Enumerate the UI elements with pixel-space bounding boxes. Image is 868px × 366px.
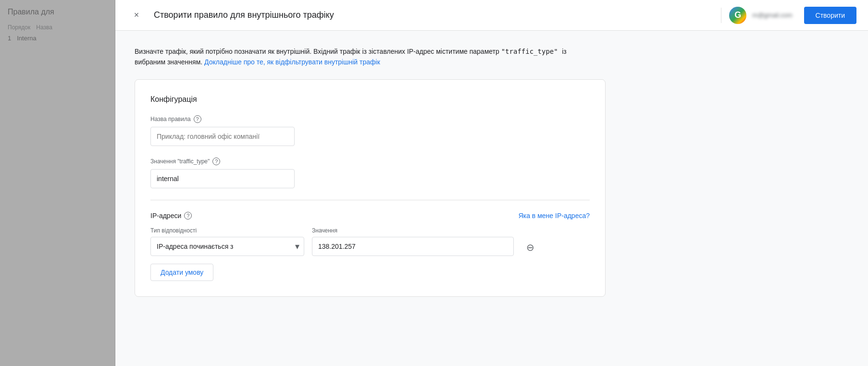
add-condition-button[interactable]: Додати умову — [150, 264, 213, 281]
ip-section-title-container: IP-адреси ? — [150, 212, 192, 220]
create-button[interactable]: Створити — [804, 7, 856, 24]
modal-body: Визначте трафік, який потрібно позначати… — [115, 31, 868, 366]
google-logo-icon: G — [729, 7, 746, 24]
description-link[interactable]: Докладніше про те, як відфільтрувати вну… — [204, 58, 380, 66]
config-section-title: Конфігурація — [150, 95, 590, 104]
modal-title: Створити правило для внутрішнього трафік… — [154, 10, 713, 20]
ip-help-icon[interactable]: ? — [184, 212, 192, 220]
description-text: Визначте трафік, який потрібно позначати… — [135, 46, 567, 68]
rule-name-input[interactable] — [150, 127, 295, 146]
desc-part1: Визначте трафік, який потрібно позначати… — [135, 48, 499, 55]
what-is-my-ip-link[interactable]: Яка в мене IP-адреса? — [519, 212, 590, 220]
match-type-select-wrapper: IP-адреса починається з IP-адреса дорівн… — [150, 237, 304, 256]
traffic-type-input[interactable] — [150, 169, 295, 188]
ip-section-title-text: IP-адреси — [150, 212, 181, 220]
traffic-type-help-icon[interactable]: ? — [212, 158, 220, 165]
header-divider — [721, 8, 721, 23]
close-button[interactable]: × — [127, 6, 146, 25]
modal-header: × Створити правило для внутрішнього траф… — [115, 0, 868, 31]
rule-name-help-icon[interactable]: ? — [194, 115, 201, 123]
ip-value-label: Значення — [312, 227, 514, 234]
desc-param: "traffic_type" — [501, 48, 562, 55]
ip-value-input[interactable] — [312, 237, 514, 256]
ip-condition-row: Тип відповідності IP-адреса починається … — [150, 227, 590, 256]
traffic-type-group: Значення "traffic_type" ? — [150, 158, 590, 188]
rule-name-group: Назва правила ? — [150, 115, 590, 146]
rule-name-label: Назва правила ? — [150, 115, 590, 123]
match-type-label: Тип відповідності — [150, 227, 304, 234]
match-type-select[interactable]: IP-адреса починається з IP-адреса дорівн… — [150, 237, 304, 256]
ip-section: IP-адреси ? Яка в мене IP-адреса? Тип ві… — [150, 200, 590, 281]
modal-logo-area: G m@gmail.com — [729, 7, 792, 24]
modal-dialog: × Створити правило для внутрішнього траф… — [115, 0, 868, 366]
traffic-type-label: Значення "traffic_type" ? — [150, 158, 590, 165]
remove-condition-button[interactable]: ⊖ — [521, 239, 539, 256]
config-card: Конфігурація Назва правила ? Значення "t… — [135, 79, 606, 297]
account-email: m@gmail.com — [752, 12, 792, 19]
match-type-field: Тип відповідності IP-адреса починається … — [150, 227, 304, 256]
ip-value-field: Значення — [312, 227, 514, 256]
ip-section-header: IP-адреси ? Яка в мене IP-адреса? — [150, 212, 590, 220]
